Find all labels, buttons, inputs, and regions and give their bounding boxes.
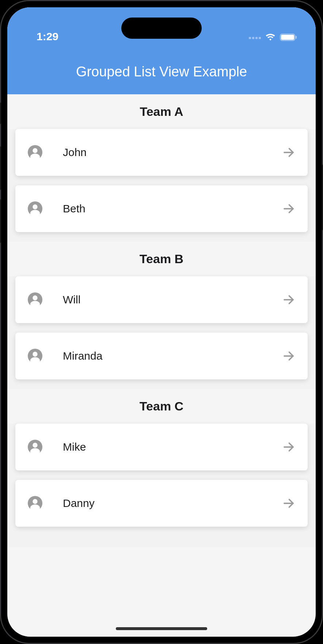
svg-point-16 (33, 443, 37, 447)
page-title: Grouped List View Example (15, 64, 308, 80)
arrow-right-icon (282, 497, 295, 510)
item-name: Danny (63, 497, 282, 509)
avatar-icon (28, 349, 42, 363)
avatar-icon (28, 496, 42, 511)
battery-icon (280, 33, 297, 43)
device-notch (121, 18, 202, 39)
svg-point-13 (33, 352, 37, 356)
group-header: Team A (7, 94, 316, 129)
svg-point-4 (33, 148, 37, 153)
list-item[interactable]: Mike (15, 424, 308, 470)
list-item[interactable]: Beth (15, 185, 308, 232)
list-item[interactable]: Will (15, 276, 308, 323)
arrow-right-icon (282, 202, 295, 215)
status-time: 1:29 (37, 30, 58, 43)
item-name: Mike (63, 441, 282, 453)
device-volume-up-button (0, 146, 1, 190)
svg-point-10 (33, 295, 37, 300)
device-screen: 1:29 (7, 7, 316, 637)
group-header: Team C (7, 389, 316, 424)
home-indicator[interactable] (116, 627, 207, 630)
device-side-button (0, 102, 1, 124)
svg-rect-1 (281, 35, 294, 40)
arrow-right-icon (282, 349, 295, 363)
group-header: Team B (7, 242, 316, 276)
arrow-right-icon (282, 293, 295, 306)
device-volume-down-button (0, 199, 1, 243)
avatar-icon (28, 440, 42, 454)
avatar-icon (28, 201, 42, 216)
list-item[interactable]: Danny (15, 480, 308, 527)
list-content[interactable]: Team AJohnBethTeam BWillMirandaTeam CMik… (7, 94, 316, 547)
device-frame: 1:29 (0, 0, 323, 644)
avatar-icon (28, 145, 42, 160)
arrow-right-icon (282, 440, 295, 454)
status-icons (249, 33, 297, 43)
app-header: Grouped List View Example (7, 46, 316, 94)
svg-point-7 (33, 204, 37, 209)
cellular-icon (249, 37, 261, 39)
list-item[interactable]: John (15, 129, 308, 176)
arrow-right-icon (282, 146, 295, 159)
avatar-icon (28, 292, 42, 307)
list-item[interactable]: Miranda (15, 333, 308, 379)
svg-point-19 (33, 499, 37, 504)
svg-rect-2 (296, 36, 297, 39)
wifi-icon (265, 33, 276, 43)
item-name: Will (63, 293, 282, 306)
item-name: Beth (63, 202, 282, 215)
item-name: John (63, 146, 282, 159)
item-name: Miranda (63, 350, 282, 362)
